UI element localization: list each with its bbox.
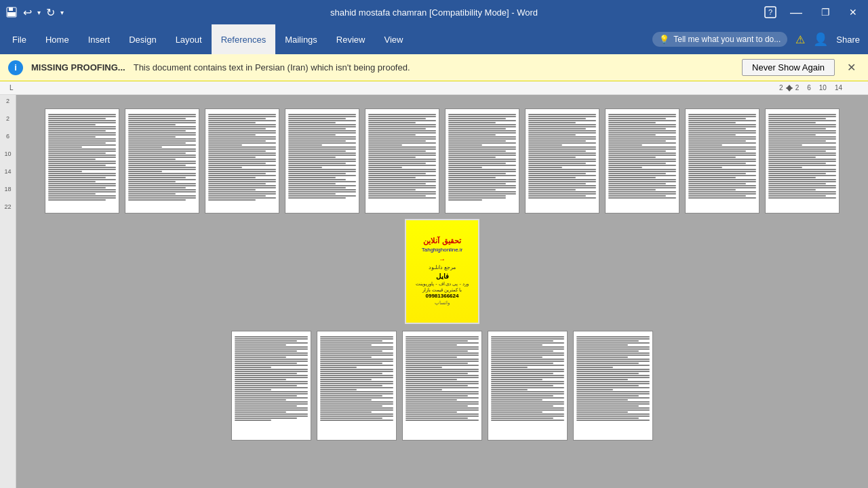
tab-references[interactable]: References [212, 24, 275, 54]
restore-button[interactable]: ❐ [816, 4, 835, 20]
ad-suffix: واتساپ [435, 300, 450, 306]
notification-bar: i MISSING PROOFING... This document cont… [0, 54, 868, 81]
redo-icon[interactable]: ↻ [46, 6, 55, 19]
ad-url: Tahghighonline.ir [422, 247, 463, 253]
svg-rect-1 [9, 7, 13, 11]
info-icon: i [8, 60, 23, 75]
page-thumb-3[interactable] [205, 108, 279, 214]
tab-file[interactable]: File [3, 24, 36, 54]
page-thumb-10[interactable] [765, 108, 840, 214]
share-button[interactable]: Share [836, 35, 860, 45]
page-thumb-8[interactable] [605, 108, 679, 214]
close-button[interactable]: ✕ [844, 4, 863, 20]
warning-icon[interactable]: ⚠ [795, 33, 805, 46]
notification-close-icon[interactable]: ✕ [843, 61, 860, 74]
page-thumb-ad[interactable]: تحقیق آنلاین Tahghighonline.ir → مرجع دا… [405, 219, 479, 324]
title-bar: ↩ ▾ ↻ ▾ shahid mostafa chamran [Compatib… [0, 0, 868, 24]
vruler-num-1: 2 [6, 98, 9, 104]
ruler-num-5: 14 [827, 84, 842, 92]
ad-line3: ورد - پی دی اف - پاورپوینت [416, 281, 468, 287]
page-thumb-15[interactable] [488, 331, 568, 441]
lightbulb-icon: 💡 [659, 35, 669, 44]
vruler-num-3: 6 [6, 133, 9, 140]
customize-qat[interactable]: ▾ [60, 9, 64, 16]
undo-dropdown[interactable]: ▾ [37, 9, 41, 16]
page-thumb-7[interactable] [525, 108, 599, 214]
ad-content: تحقیق آنلاین Tahghighonline.ir → مرجع دا… [406, 220, 478, 323]
pages-row-2 [37, 331, 848, 441]
vruler-num-6: 18 [4, 186, 11, 192]
ad-line4: با کمترین قیمت بازار [422, 287, 462, 293]
page-thumb-2[interactable] [125, 108, 199, 214]
horizontal-ruler: L 2 2 6 10 14 [0, 81, 868, 95]
notif-message: This document contains text in Persian (… [134, 62, 734, 73]
notif-title: MISSING PROOFING... [31, 62, 125, 73]
ad-title: تحقیق آنلاین [423, 237, 460, 245]
page-thumb-6[interactable] [445, 108, 519, 214]
title-bar-left: ↩ ▾ ↻ ▾ [5, 6, 64, 19]
vertical-ruler: 2 2 6 10 14 18 22 [0, 95, 16, 488]
undo-icon[interactable]: ↩ [23, 6, 32, 19]
share-label: Share [836, 35, 860, 45]
never-show-button[interactable]: Never Show Again [742, 59, 835, 76]
tell-me-text: Tell me what you want to do... [673, 35, 781, 44]
ad-line1: مرجع دانلـود [429, 264, 456, 271]
user-icon: 👤 [813, 32, 828, 47]
svg-marker-6 [786, 87, 793, 92]
ad-arrow-icon: → [439, 256, 446, 263]
window-title: shahid mostafa chamran [Compatibility Mo… [330, 7, 538, 18]
vruler-num-5: 14 [4, 168, 11, 175]
tab-mailings[interactable]: Mailings [275, 24, 327, 54]
pages-row-1: تحقیق آنلاین Tahghighonline.ir → مرجع دا… [37, 108, 848, 324]
page-thumb-1[interactable] [45, 108, 119, 214]
pages-area[interactable]: تحقیق آنلاین Tahghighonline.ir → مرجع دا… [16, 95, 868, 488]
page-thumb-16[interactable] [573, 331, 653, 441]
main-area: 2 2 6 10 14 18 22 [0, 95, 868, 488]
page-thumb-12[interactable] [231, 331, 311, 441]
page-thumb-4[interactable] [285, 108, 359, 214]
vruler-num-4: 10 [4, 150, 11, 157]
page-thumb-13[interactable] [317, 331, 397, 441]
page-thumb-14[interactable] [402, 331, 482, 441]
ruler-marker: L [9, 84, 14, 92]
ad-phone: 09981366624 [426, 293, 459, 300]
ruler-arrows [783, 82, 795, 94]
ribbon: File Home Insert Design Layout Reference… [0, 24, 868, 54]
ruler-num-4: 10 [811, 84, 827, 92]
tell-me-input[interactable]: 💡 Tell me what you want to do... [652, 32, 787, 47]
tab-design[interactable]: Design [119, 24, 165, 54]
vruler-num-7: 22 [4, 203, 11, 210]
page-thumb-5[interactable] [365, 108, 439, 214]
minimize-button[interactable]: — [785, 3, 808, 22]
tab-home[interactable]: Home [36, 24, 79, 54]
title-bar-right: ? — ❐ ✕ [764, 3, 863, 22]
tab-layout[interactable]: Layout [166, 24, 212, 54]
vruler-num-2: 2 [6, 115, 9, 122]
svg-rect-2 [7, 12, 16, 16]
ribbon-right: 💡 Tell me what you want to do... ⚠ 👤 Sha… [652, 32, 865, 47]
save-icon[interactable] [5, 6, 18, 18]
page-content-1 [45, 109, 119, 213]
page-thumb-9[interactable] [685, 108, 760, 214]
tab-view[interactable]: View [374, 24, 412, 54]
page-content-2 [125, 109, 199, 213]
help-icon[interactable]: ? [764, 6, 776, 18]
ad-line2: فایل [436, 272, 449, 281]
tab-review[interactable]: Review [327, 24, 375, 54]
tab-insert[interactable]: Insert [79, 24, 120, 54]
svg-text:?: ? [768, 8, 772, 16]
ruler-num-3: 6 [799, 84, 811, 92]
